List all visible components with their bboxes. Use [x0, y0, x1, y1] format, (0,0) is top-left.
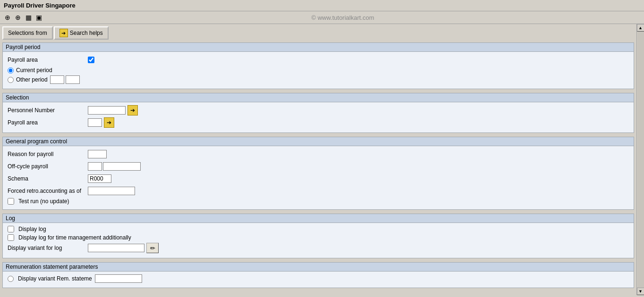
other-period-radio[interactable]	[8, 77, 14, 83]
selections-from-label: Selections from	[8, 30, 47, 36]
selection-payroll-area-input[interactable]	[88, 118, 102, 127]
display-variant-rem-label: Display variant Rem. stateme	[18, 275, 92, 282]
action-toolbar: Selections from ➔ Search helps	[2, 26, 634, 40]
toolbar: ⊕ ⊕ ▦ ▣ © www.tutorialkart.com	[0, 11, 644, 24]
off-cycle-input-1[interactable]	[88, 162, 102, 171]
display-log-row: Display log	[8, 226, 629, 232]
forced-retro-label: Forced retro.accounting as of	[8, 188, 88, 194]
watermark: © www.tutorialkart.com	[44, 14, 641, 21]
display-variant-rem-row: Display variant Rem. stateme	[8, 274, 629, 283]
display-log-time-label: Display log for time management addition…	[18, 234, 131, 241]
schema-label: Schema	[8, 175, 88, 182]
display-variant-log-label: Display variant for log	[8, 245, 88, 251]
log-header: Log	[3, 214, 634, 223]
personnel-number-row: Personnel Number ➔	[8, 105, 629, 116]
selections-from-button[interactable]: Selections from	[2, 26, 53, 40]
toolbar-icon-2[interactable]: ⊕	[13, 13, 23, 22]
reason-for-payroll-row: Reason for payroll	[8, 149, 629, 159]
payroll-area-row: Payroll area	[8, 55, 629, 65]
display-variant-rem-radio[interactable]	[8, 276, 14, 282]
schema-row: Schema	[8, 173, 629, 184]
reason-for-payroll-input[interactable]	[88, 150, 107, 158]
display-log-label: Display log	[18, 226, 46, 232]
current-period-row: Current period	[8, 67, 629, 74]
toolbar-icon-1[interactable]: ⊕	[3, 13, 12, 22]
scroll-up-btn[interactable]: ▲	[637, 24, 644, 32]
payroll-area-checkbox[interactable]	[88, 57, 94, 63]
display-variant-log-row: Display variant for log ✏	[8, 243, 629, 253]
payroll-period-section: Payroll period Payroll area Current peri…	[2, 42, 634, 89]
personnel-number-arrow-btn[interactable]: ➔	[127, 105, 138, 116]
selection-payroll-area-arrow-btn[interactable]: ➔	[104, 117, 114, 128]
remuneration-section: Remuneration statement parameters Displa…	[2, 262, 634, 288]
toolbar-icon-4[interactable]: ▣	[34, 13, 43, 22]
selection-payroll-area-row: Payroll area ➔	[8, 117, 629, 128]
title-bar: Payroll Driver Singapore	[0, 0, 644, 11]
log-section: Log Display log Display log for time man…	[2, 214, 634, 258]
search-helps-label: Search helps	[70, 30, 103, 36]
display-log-checkbox[interactable]	[8, 226, 14, 232]
display-variant-log-input[interactable]	[88, 244, 144, 252]
reason-for-payroll-label: Reason for payroll	[8, 151, 88, 157]
display-log-time-row: Display log for time management addition…	[8, 234, 629, 241]
display-variant-rem-input[interactable]	[95, 274, 142, 283]
test-run-checkbox[interactable]	[8, 198, 14, 205]
display-log-time-checkbox[interactable]	[8, 234, 14, 241]
page-title: Payroll Driver Singapore	[4, 2, 76, 9]
other-period-input-1[interactable]	[50, 75, 64, 84]
search-helps-arrow-icon: ➔	[59, 29, 68, 37]
off-cycle-input-2[interactable]	[103, 162, 141, 171]
forced-retro-row: Forced retro.accounting as of	[8, 186, 629, 196]
toolbar-icon-3[interactable]: ▦	[24, 13, 33, 22]
current-period-radio[interactable]	[8, 67, 14, 74]
personnel-number-label: Personnel Number	[8, 107, 88, 114]
scroll-down-btn[interactable]: ▼	[637, 288, 644, 295]
current-period-label: Current period	[16, 67, 52, 74]
selection-header: Selection	[3, 93, 634, 102]
test-run-row: Test run (no update)	[8, 198, 629, 205]
selection-section: Selection Personnel Number ➔ Payroll are…	[2, 93, 634, 133]
test-run-label: Test run (no update)	[18, 198, 69, 205]
off-cycle-payroll-row: Off-cycle payroll	[8, 161, 629, 172]
general-program-control-header: General program control	[3, 137, 634, 146]
forced-retro-input[interactable]	[88, 187, 135, 195]
search-helps-button[interactable]: ➔ Search helps	[54, 26, 109, 40]
schema-input[interactable]	[88, 174, 111, 183]
scroll-track[interactable]	[637, 32, 644, 288]
general-program-control-section: General program control Reason for payro…	[2, 137, 634, 210]
pencil-btn[interactable]: ✏	[146, 243, 159, 253]
scrollbar[interactable]: ▲ ▼	[636, 24, 644, 295]
other-period-input-2[interactable]	[66, 75, 80, 84]
personnel-number-input[interactable]	[88, 106, 126, 115]
other-period-label: Other period	[16, 76, 48, 83]
remuneration-header: Remuneration statement parameters	[3, 263, 634, 272]
off-cycle-payroll-label: Off-cycle payroll	[8, 163, 88, 170]
other-period-row: Other period	[8, 75, 629, 84]
selection-payroll-area-label: Payroll area	[8, 119, 88, 126]
payroll-area-label: Payroll area	[8, 57, 88, 63]
payroll-period-header: Payroll period	[3, 43, 634, 52]
